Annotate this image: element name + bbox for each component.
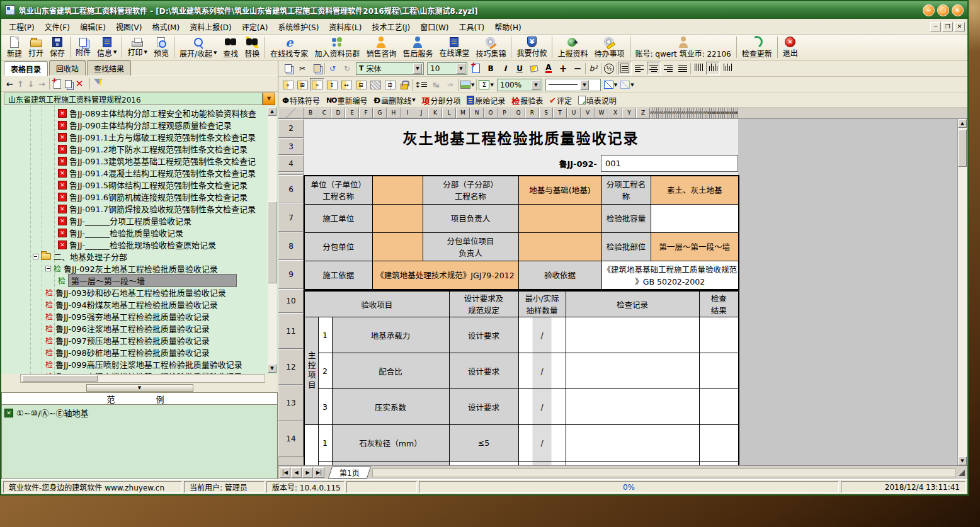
align-right-button[interactable] [661, 62, 675, 75]
sheet-scroll-down-icon[interactable]: ▼ [958, 456, 967, 465]
tree-item[interactable]: 鲁JJ-096注浆地基工程检验批质量验收记录 [1, 322, 266, 334]
align-left-button[interactable] [632, 62, 646, 75]
font-color-icon[interactable]: A [542, 62, 556, 75]
column-header-P[interactable]: P [498, 108, 511, 118]
form-cell-empty[interactable] [372, 232, 423, 261]
align-distribute-button[interactable] [676, 62, 690, 75]
tree-item-label[interactable]: 鲁JJ-099高压喷射注浆地基工程检验批质量验收记录 [55, 358, 242, 370]
column-header-F[interactable]: F [359, 108, 373, 118]
tree-item[interactable]: 鲁JJ-090主体结构分部工程观感质量检查记录 [1, 119, 266, 131]
last-page-icon[interactable]: ▶| [314, 467, 324, 478]
tree-item[interactable]: 鲁JJ-091.7钢筋焊接及验收规范强制性条文检查记录 [1, 203, 266, 215]
toolbar-button-binoculars[interactable]: 查找 [220, 35, 241, 60]
column-header-S[interactable]: S [539, 108, 553, 118]
down-arrow-button[interactable]: ↓ [28, 79, 35, 89]
split-cell-left-icon[interactable]: « [281, 78, 295, 91]
toolbar-button-exit-x[interactable]: 退出 [780, 35, 801, 60]
column-header-Q[interactable]: Q [511, 108, 525, 118]
column-header-R[interactable]: R [525, 108, 539, 118]
toolbar-button-preview[interactable]: 预览 [151, 35, 172, 60]
item-record-cell[interactable] [566, 317, 699, 353]
toolbar-button-info-book[interactable]: 信息▼ [94, 35, 120, 60]
row-header-10[interactable]: 10 [278, 289, 304, 313]
align-center-button[interactable] [647, 62, 661, 75]
diagonal-border-icon[interactable]: ▼ [603, 78, 618, 91]
item-requirement-cell[interactable]: 设计要求 [449, 353, 518, 389]
scroll-down-icon[interactable]: ▼ [268, 364, 276, 373]
item-record-cell[interactable] [566, 353, 699, 389]
tree-item-label[interactable]: 鲁JJ-091.5砌体结构工程规范强制性条文检查记录 [69, 179, 248, 191]
toolbar-button-replace[interactable]: 替换 [241, 35, 263, 60]
menu-item-2[interactable]: 编辑(E) [75, 20, 111, 34]
special-button-book[interactable]: 原始记录 [465, 94, 506, 107]
vertical-text-center-icon[interactable] [706, 62, 720, 75]
tree-item-label[interactable]: 鲁JJ-______检验批质量验收记录 [69, 227, 183, 239]
tree-item[interactable]: 鲁JJ-094粉煤灰地基工程检验批质量验收记录 [1, 298, 266, 310]
toolbar-button-update-globe[interactable]: 检查更新 [739, 35, 775, 60]
toolbar-button-dvd-tips[interactable]: 技巧集锦 [472, 35, 509, 60]
tree-item[interactable]: 鲁JJ-______检验批现场验收检查原始记录 [1, 239, 266, 251]
form-cell[interactable]: 分项工程名称 [601, 176, 651, 204]
column-header-O[interactable]: O [484, 108, 498, 118]
form-cell[interactable]: 检验批容量 [601, 204, 651, 232]
mdi-minimize-button[interactable]: ─ [930, 22, 941, 31]
form-cell[interactable]: 分包单位项目 负责人 [423, 232, 518, 261]
bold-button[interactable]: B [484, 62, 498, 75]
special-button-no[interactable]: 重新编号 [325, 94, 369, 107]
tab-scroll-track[interactable] [372, 468, 955, 477]
row-header-8[interactable]: 8 [278, 232, 304, 260]
form-cell[interactable]: 《建筑地基处理技术规范》JGJ79-2012 [372, 261, 518, 290]
form-code-value[interactable]: 001 [601, 155, 738, 172]
tree-item-label[interactable]: 鲁JJ-091.4混凝土结构工程规范强制性条文检查记录 [69, 167, 256, 179]
mdi-restore-button[interactable]: ❐ [942, 22, 953, 31]
form-cell[interactable]: 地基与基础(地基) [518, 176, 601, 204]
tree-item-label[interactable]: 鲁JJ-089主体结构分部工程安全和功能检验资料核查 [69, 107, 256, 119]
toolbar-button-account-person[interactable]: 账号: qwert 筑业币: 22106 [632, 35, 734, 60]
tree-item[interactable]: 鲁JJ-091.2地下防水工程规范强制性条文检查记录 [1, 143, 266, 155]
item-sample-cell[interactable]: / [518, 425, 566, 462]
tree-item[interactable]: 鲁JJ-098砂桩地基工程检验批质量验收记录 [1, 346, 266, 358]
menu-item-3[interactable]: 视图(V) [111, 20, 147, 34]
font-family-select[interactable]: T宋体▼ [356, 62, 424, 75]
tree-item-label[interactable]: 鲁JJ-091.1土方与爆破工程规范强制性条文检查记录 [69, 131, 256, 143]
menu-item-4[interactable]: 格式(M) [147, 20, 185, 34]
tree-item[interactable]: 鲁JJ-091.5砌体结构工程规范强制性条文检查记录 [1, 179, 266, 191]
special-button-baoyan[interactable]: 报验表 [510, 94, 544, 107]
special-button-note[interactable]: 填表说明 [577, 94, 618, 107]
menu-item-10[interactable]: 窗口(W) [415, 20, 453, 34]
tab-recycle-bin[interactable]: 回收站 [49, 60, 86, 76]
cut-icon[interactable]: ✂ [295, 62, 309, 75]
column-header-G[interactable]: G [373, 108, 387, 118]
tree-item[interactable]: 鲁JJ-091.6钢筋机械连接规范强制性条文检查记录 [1, 191, 266, 203]
mdi-close-button[interactable]: ✕ [954, 22, 965, 31]
column-header-U[interactable]: U [567, 108, 581, 118]
tree-item[interactable]: 鲁JJ-089主体结构分部工程安全和功能检验资料核查 [1, 107, 266, 119]
special-button-strike[interactable]: 画删除线▼ [372, 94, 416, 107]
tree-item[interactable]: 鲁JJ-097预压地基工程检验批质量验收记录 [1, 334, 266, 346]
form-cell[interactable]: 验收依据 [518, 261, 601, 290]
column-header-T[interactable]: T [553, 108, 567, 118]
toolbar-button-upload-globe[interactable]: 上报资料 [554, 35, 591, 60]
sheet-scroll-thumb[interactable] [958, 129, 967, 167]
form-cell[interactable]: 单位（子单位） 工程名称 [304, 176, 372, 204]
tree-item-label[interactable]: 鲁JJ-______分项工程质量验收记录 [69, 215, 191, 227]
dropdown-arrow-icon[interactable]: ▼ [144, 50, 147, 55]
tree-scroll-thumb[interactable] [268, 201, 276, 283]
column-header-D[interactable]: D [331, 108, 345, 118]
toolbar-button-dvd-pencil[interactable]: 待办事项 [591, 35, 627, 60]
autosum-icon[interactable]: Σ▼ [477, 78, 494, 91]
vertical-text-right-icon[interactable] [721, 62, 734, 75]
select-all-corner[interactable] [278, 108, 304, 118]
row-header-3[interactable]: 3 [278, 138, 304, 155]
close-button[interactable]: ✕ [952, 4, 964, 16]
item-sample-cell[interactable]: / [518, 389, 566, 425]
column-header-X[interactable]: X [608, 108, 622, 118]
column-header-K[interactable]: K [428, 108, 442, 118]
item-result-cell[interactable] [699, 425, 739, 462]
table-grid-icon[interactable]: ⊡ [383, 78, 397, 91]
form-cell-empty[interactable] [372, 204, 423, 232]
toolbar-button-ie-globe[interactable]: 在线找专家 [267, 35, 311, 60]
tree-item-label[interactable]: 鲁JJ-098砂桩地基工程检验批质量验收记录 [55, 346, 210, 358]
special-button-check[interactable]: 评定 [548, 94, 573, 107]
row-header-11[interactable]: 11 [278, 313, 304, 349]
